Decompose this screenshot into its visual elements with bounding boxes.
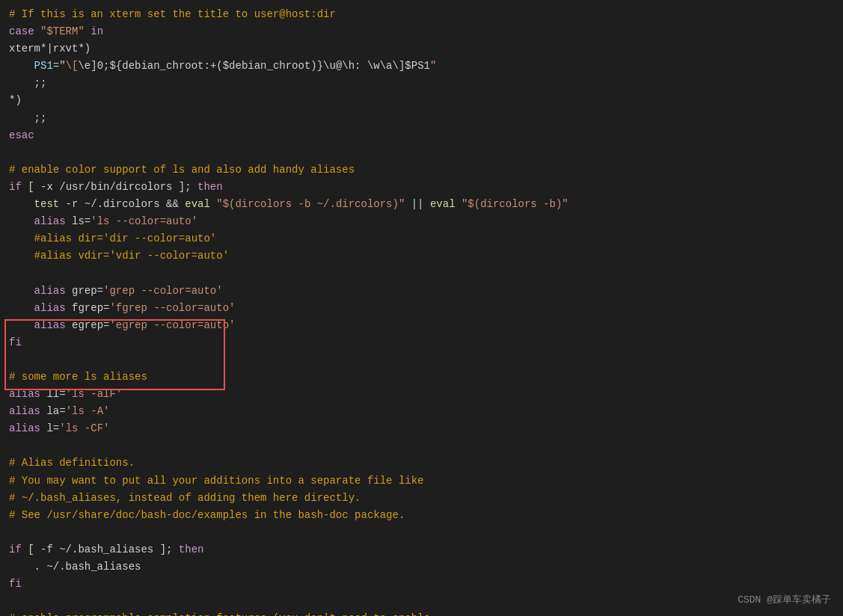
code-line-23: alias ll='ls -alF' bbox=[9, 386, 834, 403]
code-line-16 bbox=[9, 265, 834, 282]
code-line-18: alias fgrep='fgrep --color=auto' bbox=[9, 300, 834, 317]
code-line-6: *) bbox=[9, 92, 834, 109]
watermark: CSDN @踩单车卖橘子 bbox=[738, 593, 831, 609]
code-editor: # If this is an xterm set the title to u… bbox=[0, 0, 843, 616]
code-line-10: # enable color support of ls and also ad… bbox=[9, 161, 834, 179]
code-line-33: . ~/.bash_aliases bbox=[9, 558, 834, 576]
code-line-9 bbox=[9, 144, 834, 161]
code-line-4: PS1="\[\e]0;${debian_chroot:+($debian_ch… bbox=[9, 58, 834, 75]
code-line-34: fi bbox=[9, 576, 834, 593]
code-line-14: #alias dir='dir --color=auto' bbox=[9, 230, 834, 247]
code-line-36: # enable programmable completion feature… bbox=[9, 610, 834, 616]
code-line-24: alias la='ls -A' bbox=[9, 403, 834, 420]
code-line-20: fi bbox=[9, 334, 834, 351]
code-line-2: case "$TERM" in bbox=[9, 23, 834, 40]
code-line-11: if [ -x /usr/bin/dircolors ]; then bbox=[9, 179, 834, 196]
code-line-7: ;; bbox=[9, 110, 834, 127]
code-line-1: # If this is an xterm set the title to u… bbox=[9, 6, 834, 23]
code-line-19: alias egrep='egrep --color=auto' bbox=[9, 317, 834, 334]
code-line-25: alias l='ls -CF' bbox=[9, 420, 834, 437]
code-line-12: test -r ~/.dircolors && eval "$(dircolor… bbox=[9, 196, 834, 213]
code-line-31 bbox=[9, 524, 834, 541]
code-line-35 bbox=[9, 593, 834, 610]
code-line-17: alias grep='grep --color=auto' bbox=[9, 283, 834, 300]
code-line-30: # See /usr/share/doc/bash-doc/examples i… bbox=[9, 507, 834, 524]
code-line-13: alias ls='ls --color=auto' bbox=[9, 213, 834, 230]
code-line-3: xterm*|rxvt*) bbox=[9, 40, 834, 58]
code-line-21 bbox=[9, 351, 834, 369]
code-line-5: ;; bbox=[9, 75, 834, 92]
code-line-22: # some more ls aliases bbox=[9, 369, 834, 386]
code-line-29: # ~/.bash_aliases, instead of adding the… bbox=[9, 490, 834, 507]
code-line-26 bbox=[9, 437, 834, 455]
code-line-8: esac bbox=[9, 127, 834, 144]
code-line-27: # Alias definitions. bbox=[9, 455, 834, 472]
code-line-15: #alias vdir='vdir --color=auto' bbox=[9, 247, 834, 265]
code-line-28: # You may want to put all your additions… bbox=[9, 472, 834, 490]
code-line-32: if [ -f ~/.bash_aliases ]; then bbox=[9, 541, 834, 558]
